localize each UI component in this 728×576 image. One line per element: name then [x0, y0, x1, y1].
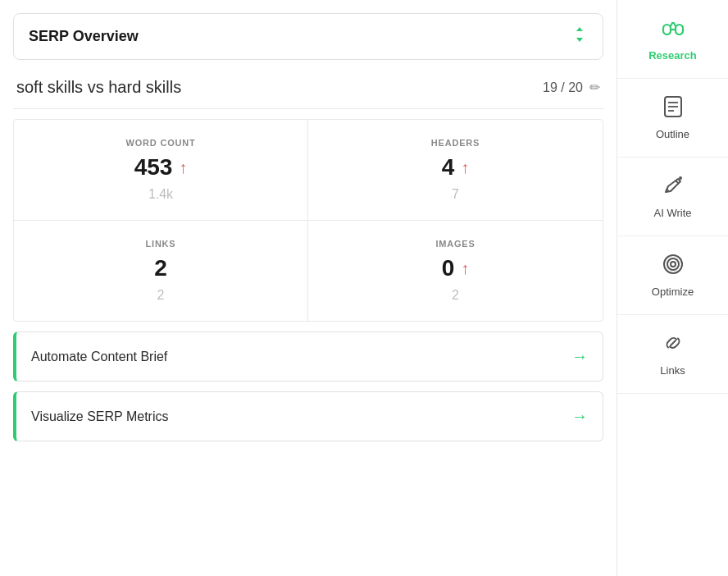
sidebar-item-optimize[interactable]: Optimize: [617, 236, 728, 315]
sidebar-item-links[interactable]: Links: [617, 315, 728, 394]
links-value: 2: [154, 255, 167, 281]
metric-headers: HEADERS 4 ↑ 7: [308, 120, 603, 221]
sidebar-ai-write-label: AI Write: [654, 207, 692, 219]
query-score: 19 / 20 ✏: [543, 80, 600, 95]
headers-arrow-icon: ↑: [461, 159, 469, 176]
serp-overview-title: SERP Overview: [29, 28, 139, 45]
headers-value: 4: [442, 154, 455, 181]
link-icon: [662, 331, 685, 359]
visualize-serp-metrics-label: Visualize SERP Metrics: [31, 409, 168, 424]
sort-icon[interactable]: [571, 25, 588, 48]
score-value: 19 / 20: [543, 80, 583, 95]
word-count-arrow-icon: ↑: [179, 159, 187, 176]
serp-overview-header[interactable]: SERP Overview: [13, 13, 603, 60]
query-row: soft skills vs hard skills 19 / 20 ✏: [13, 70, 603, 109]
sidebar-optimize-label: Optimize: [652, 286, 694, 298]
automate-arrow-icon: →: [571, 347, 588, 366]
images-arrow-icon: ↑: [461, 260, 469, 277]
word-count-avg: 1.4k: [148, 187, 173, 202]
links-avg: 2: [157, 288, 165, 303]
headers-label: HEADERS: [431, 138, 480, 148]
sidebar-research-label: Research: [648, 49, 697, 62]
svg-rect-0: [663, 25, 671, 34]
sidebar-item-ai-write[interactable]: AI Write: [617, 158, 728, 236]
svg-point-8: [667, 258, 679, 270]
automate-content-brief-label: Automate Content Brief: [31, 350, 167, 364]
edit-icon[interactable]: ✏: [589, 80, 600, 95]
sidebar-item-outline[interactable]: Outline: [617, 79, 728, 158]
headers-avg: 7: [452, 187, 459, 202]
links-label: LINKS: [146, 239, 176, 249]
sidebar-links-label: Links: [660, 364, 685, 377]
binoculars-icon: [662, 16, 685, 44]
word-count-value: 453: [134, 154, 173, 181]
links-value-row: 2: [154, 255, 167, 281]
automate-content-brief-button[interactable]: Automate Content Brief →: [13, 331, 603, 382]
sidebar-outline-label: Outline: [656, 128, 689, 140]
ai-write-icon: [662, 174, 685, 202]
images-value: 0: [442, 255, 455, 281]
metric-word-count: WORD COUNT 453 ↑ 1.4k: [14, 120, 308, 221]
metric-images: IMAGES 0 ↑ 2: [308, 221, 603, 321]
headers-value-row: 4 ↑: [442, 154, 470, 181]
word-count-value-row: 453 ↑: [134, 154, 188, 181]
svg-point-9: [671, 262, 676, 267]
main-panel: SERP Overview soft skills vs hard skills…: [0, 0, 617, 576]
images-label: IMAGES: [435, 239, 475, 249]
sidebar: Research Outline AI Write: [617, 0, 728, 576]
word-count-label: WORD COUNT: [126, 138, 196, 148]
images-value-row: 0 ↑: [442, 255, 470, 281]
svg-rect-1: [676, 25, 683, 34]
query-text: soft skills vs hard skills: [16, 78, 181, 97]
target-icon: [662, 253, 685, 281]
metrics-grid: WORD COUNT 453 ↑ 1.4k HEADERS 4 ↑ 7 LINK…: [13, 119, 603, 322]
sidebar-item-research[interactable]: Research: [617, 0, 728, 79]
visualize-serp-metrics-button[interactable]: Visualize SERP Metrics →: [13, 391, 603, 441]
visualize-arrow-icon: →: [571, 407, 588, 426]
svg-point-6: [679, 176, 682, 180]
document-icon: [662, 95, 684, 123]
images-avg: 2: [452, 288, 459, 303]
metric-links: LINKS 2 2: [14, 221, 308, 321]
